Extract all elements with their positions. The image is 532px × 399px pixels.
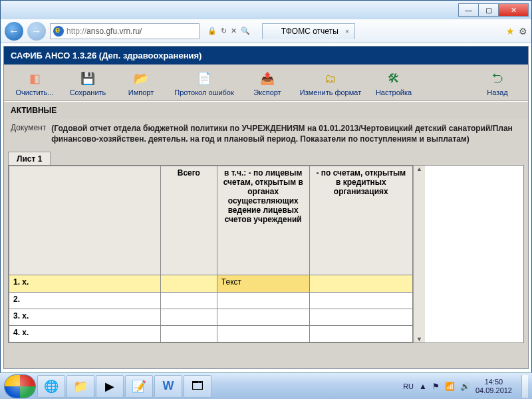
data-grid[interactable]: Всего в т.ч.: - по лицевым счетам, откры… bbox=[8, 165, 524, 343]
cell-credit-orgs[interactable] bbox=[309, 292, 412, 309]
format-icon: 🗂 bbox=[322, 70, 339, 87]
cell-personal-accounts[interactable] bbox=[217, 309, 309, 325]
tools-icon[interactable]: ⚙ bbox=[519, 26, 527, 37]
save-label: Сохранить bbox=[70, 88, 106, 96]
settings-button[interactable]: 🛠 Настройка bbox=[367, 68, 420, 98]
row-label[interactable]: 1. x. bbox=[9, 275, 161, 292]
taskbar-notepad[interactable]: 📝 bbox=[125, 375, 153, 398]
app-toolbar: ◧ Очистить... 💾 Сохранить 📂 Импорт 📄 Про… bbox=[4, 65, 528, 101]
cell-personal-accounts[interactable] bbox=[217, 326, 309, 342]
refresh-icon[interactable]: ↻ bbox=[221, 27, 227, 35]
taskbar-explorer[interactable]: 📁 bbox=[66, 375, 94, 398]
export-button[interactable]: 📤 Экспорт bbox=[241, 68, 294, 98]
col-credit-orgs: - по счетам, открытым в кредитных органи… bbox=[309, 166, 412, 275]
cell-personal-accounts[interactable]: Текст bbox=[217, 275, 309, 292]
table-row[interactable]: 3. x. bbox=[9, 309, 413, 325]
lock-icon: 🔒 bbox=[207, 27, 217, 35]
table-row[interactable]: 2. bbox=[9, 292, 413, 309]
start-button[interactable] bbox=[4, 374, 36, 398]
scroll-up-icon[interactable]: ▲ bbox=[416, 166, 422, 172]
url-tools: 🔒 ↻ ✕ 🔍 bbox=[203, 27, 254, 35]
col-total: Всего bbox=[160, 166, 217, 275]
favorites-icon[interactable]: ★ bbox=[506, 26, 515, 37]
clock-date: 04.09.2012 bbox=[475, 386, 512, 394]
col-blank bbox=[9, 166, 161, 275]
settings-label: Настройка bbox=[376, 88, 412, 96]
tab-close-icon[interactable]: × bbox=[345, 27, 349, 35]
eraser-icon: ◧ bbox=[26, 70, 43, 87]
cell-credit-orgs[interactable] bbox=[309, 326, 412, 342]
table-row[interactable]: 4. x. bbox=[9, 326, 413, 342]
url-text: http://anso.gfu.vrn.ru/ bbox=[66, 27, 142, 36]
network-icon[interactable]: 📶 bbox=[445, 382, 455, 391]
taskbar-word[interactable]: W bbox=[154, 375, 182, 398]
vertical-scrollbar[interactable]: ▲ ▼ bbox=[413, 166, 425, 342]
search-icon[interactable]: 🔍 bbox=[241, 27, 250, 35]
save-icon: 💾 bbox=[79, 70, 96, 87]
stop-icon[interactable]: ✕ bbox=[231, 27, 237, 35]
back-icon: ⮌ bbox=[489, 70, 506, 87]
format-label: Изменить формат bbox=[300, 88, 361, 96]
windows-taskbar[interactable]: 🌐 📁 ▶ 📝 W 🗔 RU ▲ ⚑ 📶 🔊 14:50 04.09.2012 bbox=[0, 372, 532, 399]
cell-total[interactable] bbox=[160, 309, 217, 325]
export-label: Экспорт bbox=[253, 88, 281, 96]
show-desktop-button[interactable] bbox=[521, 375, 528, 398]
browser-tab[interactable]: ТФОМС отчеты × bbox=[262, 23, 355, 39]
cell-personal-accounts[interactable] bbox=[217, 292, 309, 309]
taskbar-ie[interactable]: 🌐 bbox=[37, 375, 65, 398]
row-label[interactable]: 4. x. bbox=[9, 326, 161, 342]
back-label: Назад bbox=[487, 88, 508, 96]
window-close-button[interactable]: ✕ bbox=[498, 3, 529, 17]
document-label: Документ bbox=[11, 123, 46, 144]
save-button[interactable]: 💾 Сохранить bbox=[61, 68, 114, 98]
row-label[interactable]: 2. bbox=[9, 292, 161, 309]
back-button[interactable]: ⮌ Назад bbox=[471, 68, 524, 98]
address-bar[interactable]: http://anso.gfu.vrn.ru/ bbox=[50, 23, 200, 39]
browser-back-button[interactable]: ← bbox=[5, 22, 23, 41]
app-content: САФИБ АНСО 1.3.26 (Деп. здравоохранения)… bbox=[3, 46, 529, 369]
grid-empty-area bbox=[425, 166, 523, 342]
window-minimize-button[interactable]: — bbox=[458, 3, 478, 17]
app-title: САФИБ АНСО 1.3.26 (Деп. здравоохранения) bbox=[4, 47, 528, 65]
window-titlebar: — ▢ ✕ bbox=[1, 1, 531, 19]
document-row: Документ (Годовой отчет отдела бюджетной… bbox=[4, 119, 528, 148]
error-log-button[interactable]: 📄 Протокол ошибок bbox=[168, 68, 241, 98]
import-button[interactable]: 📂 Импорт bbox=[114, 68, 168, 98]
sheet-tabs: Лист 1 bbox=[4, 148, 528, 165]
taskbar-app[interactable]: 🗔 bbox=[184, 375, 211, 398]
browser-forward-button[interactable]: → bbox=[27, 22, 46, 41]
clear-button[interactable]: ◧ Очистить... bbox=[8, 68, 61, 98]
row-label[interactable]: 3. x. bbox=[9, 309, 161, 325]
tab-title: ТФОМС отчеты bbox=[281, 27, 338, 36]
import-label: Импорт bbox=[128, 88, 154, 96]
language-indicator[interactable]: RU bbox=[403, 382, 414, 390]
browser-nav-row: ← → http://anso.gfu.vrn.ru/ 🔒 ↻ ✕ 🔍 ТФОМ… bbox=[1, 19, 531, 43]
cell-total[interactable] bbox=[160, 275, 217, 292]
clock[interactable]: 14:50 04.09.2012 bbox=[475, 378, 512, 394]
ie-icon bbox=[268, 27, 277, 36]
taskbar-media[interactable]: ▶ bbox=[96, 375, 124, 398]
volume-icon[interactable]: 🔊 bbox=[460, 382, 470, 391]
system-tray[interactable]: RU ▲ ⚑ 📶 🔊 14:50 04.09.2012 bbox=[403, 375, 528, 398]
cell-total[interactable] bbox=[160, 292, 217, 309]
import-icon: 📂 bbox=[132, 70, 150, 87]
settings-icon: 🛠 bbox=[385, 70, 402, 87]
col-personal-accounts: в т.ч.: - по лицевым счетам, открытым в … bbox=[217, 166, 309, 275]
change-format-button[interactable]: 🗂 Изменить формат bbox=[294, 68, 367, 98]
table-row[interactable]: 1. x.Текст bbox=[9, 275, 413, 292]
export-icon: 📤 bbox=[259, 70, 276, 87]
cell-credit-orgs[interactable] bbox=[309, 309, 412, 325]
log-icon: 📄 bbox=[196, 70, 213, 87]
tray-up-icon[interactable]: ▲ bbox=[419, 382, 427, 391]
cell-total[interactable] bbox=[160, 326, 217, 342]
sheet-tab[interactable]: Лист 1 bbox=[8, 152, 51, 166]
tab-strip: ТФОМС отчеты × bbox=[262, 23, 355, 40]
ie-icon bbox=[53, 26, 64, 37]
scroll-down-icon[interactable]: ▼ bbox=[416, 336, 422, 342]
window-maximize-button[interactable]: ▢ bbox=[478, 3, 498, 17]
clear-label: Очистить... bbox=[15, 88, 53, 96]
section-header: АКТИВНЫЕ bbox=[4, 101, 528, 119]
cell-credit-orgs[interactable] bbox=[309, 275, 412, 292]
flag-icon[interactable]: ⚑ bbox=[432, 382, 440, 391]
document-title: (Годовой отчет отдела бюджетной политики… bbox=[51, 123, 521, 144]
